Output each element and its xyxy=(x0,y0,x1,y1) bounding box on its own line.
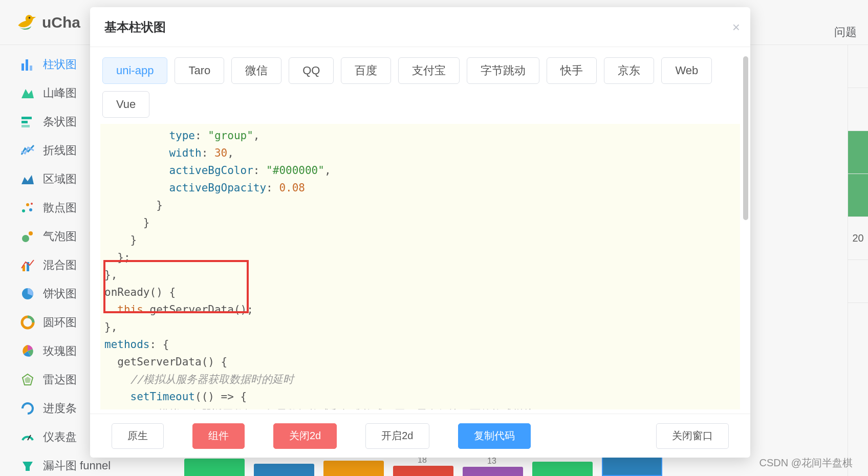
copy-code-button[interactable]: 复制代码 xyxy=(458,423,531,449)
close-icon[interactable]: × xyxy=(732,19,740,35)
tab-jd[interactable]: 京东 xyxy=(604,57,654,84)
modal: 基本柱状图 × uni-app Taro 微信 QQ 百度 支付宝 字节跳动 快… xyxy=(90,7,750,458)
tab-taro[interactable]: Taro xyxy=(175,57,224,84)
modal-scrollbar[interactable] xyxy=(743,56,748,408)
tab-web[interactable]: Web xyxy=(661,57,712,84)
code-area[interactable]: type: "group", width: 30, activeBgColor:… xyxy=(100,124,740,409)
close-window-button[interactable]: 关闭窗口 xyxy=(656,423,729,449)
scrollbar-thumb[interactable] xyxy=(743,56,748,220)
tab-kuaishou[interactable]: 快手 xyxy=(547,57,597,84)
modal-title: 基本柱状图 xyxy=(104,19,166,35)
tabs-row: uni-app Taro 微信 QQ 百度 支付宝 字节跳动 快手 京东 Web… xyxy=(90,47,750,124)
tab-weixin[interactable]: 微信 xyxy=(231,57,281,84)
tab-uniapp[interactable]: uni-app xyxy=(102,57,167,84)
tab-bytedance[interactable]: 字节跳动 xyxy=(467,57,539,84)
open2d-button[interactable]: 开启2d xyxy=(365,423,429,449)
modal-header: 基本柱状图 × xyxy=(90,7,750,47)
tab-qq[interactable]: QQ xyxy=(289,57,334,84)
code-content: type: "group", width: 30, activeBgColor:… xyxy=(100,124,740,409)
tab-baidu[interactable]: 百度 xyxy=(341,57,391,84)
component-button[interactable]: 组件 xyxy=(192,423,245,449)
tab-vue[interactable]: Vue xyxy=(102,91,149,118)
close2d-button[interactable]: 关闭2d xyxy=(273,423,337,449)
modal-footer: 原生 组件 关闭2d 开启2d 复制代码 关闭窗口 xyxy=(90,414,750,458)
native-button[interactable]: 原生 xyxy=(112,423,164,449)
tab-alipay[interactable]: 支付宝 xyxy=(398,57,460,84)
